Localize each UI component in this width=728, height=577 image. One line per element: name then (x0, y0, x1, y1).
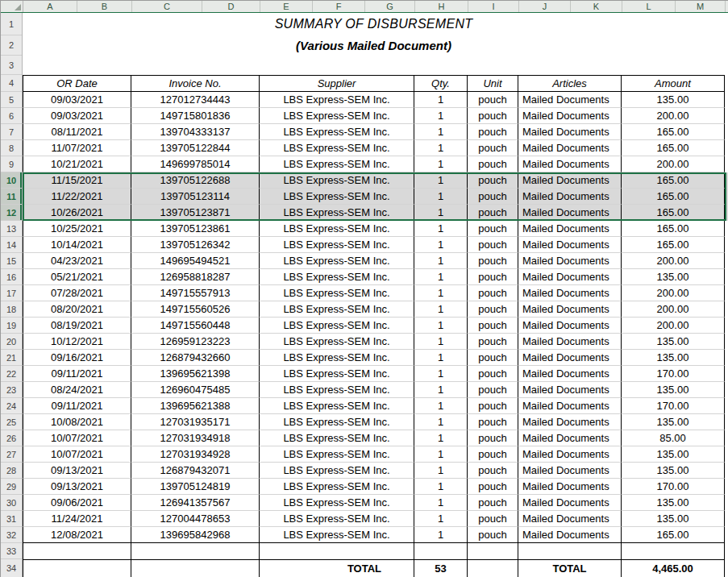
cell-or-date[interactable]: 10/25/2021 (23, 221, 131, 237)
cell-qty[interactable]: 1 (414, 430, 468, 446)
column-header-G[interactable]: G (365, 1, 415, 12)
cell-articles[interactable]: Mailed Documents (518, 398, 622, 414)
cell-articles[interactable]: Mailed Documents (518, 350, 622, 366)
row-header-19[interactable]: 19 (1, 318, 22, 334)
column-header-E[interactable]: E (260, 1, 313, 12)
row-header-6[interactable]: 6 (1, 108, 22, 124)
cell-amount[interactable]: 165.00 (622, 527, 725, 543)
row-header-3[interactable]: 3 (1, 56, 22, 75)
cell-qty[interactable]: 1 (414, 382, 468, 398)
cell-articles[interactable]: Mailed Documents (518, 382, 622, 398)
row-header-23[interactable]: 23 (1, 382, 22, 398)
cell-qty[interactable]: 1 (414, 253, 468, 269)
cell-amount[interactable]: 135.00 (622, 495, 725, 511)
cell-qty[interactable]: 1 (414, 301, 468, 318)
column-header-A[interactable]: A (23, 1, 77, 12)
cell-invoice-no[interactable]: 126879432660 (131, 350, 260, 366)
cell-invoice-no[interactable]: 139705123114 (131, 189, 260, 205)
cell-amount[interactable]: 200.00 (622, 253, 725, 269)
column-header-F[interactable]: F (313, 1, 365, 12)
cell-qty[interactable]: 1 (414, 269, 468, 285)
cell-qty[interactable]: 1 (414, 350, 468, 366)
cell-articles[interactable]: Mailed Documents (518, 172, 622, 189)
cell-invoice-no[interactable]: 139705122688 (131, 172, 260, 189)
cell-amount[interactable]: 170.00 (622, 366, 725, 382)
cell-unit[interactable] (468, 559, 518, 577)
cell-supplier[interactable]: LBS Express-SEM Inc. (260, 140, 414, 156)
cell-or-date[interactable]: 09/11/2021 (23, 366, 131, 382)
row-header-31[interactable]: 31 (1, 511, 22, 527)
cell-articles[interactable]: Mailed Documents (518, 156, 622, 172)
cell-or-date[interactable]: 09/06/2021 (23, 495, 131, 511)
cell-articles[interactable] (518, 543, 622, 559)
cell-supplier[interactable]: LBS Express-SEM Inc. (260, 237, 414, 253)
row-header-29[interactable]: 29 (1, 479, 22, 495)
row-header-16[interactable]: 16 (1, 269, 22, 285)
cell-unit[interactable]: pouch (468, 350, 518, 366)
cell-supplier[interactable]: LBS Express-SEM Inc. (260, 92, 414, 108)
cell-unit[interactable]: pouch (468, 414, 518, 430)
cell-unit[interactable]: pouch (468, 172, 518, 189)
header-cell-or-date[interactable]: OR Date (23, 75, 131, 92)
cell-amount[interactable]: 135.00 (622, 414, 725, 430)
cell-articles[interactable]: Mailed Documents (518, 205, 622, 221)
sheet-subtitle-cell[interactable]: (Various Mailed Document) (23, 35, 725, 56)
cell-invoice-no[interactable]: 126941357567 (131, 495, 260, 511)
row-header-24[interactable]: 24 (1, 398, 22, 414)
cell-amount[interactable]: 165.00 (622, 205, 725, 221)
cell-qty[interactable]: 1 (414, 221, 468, 237)
cell-amount[interactable]: 165.00 (622, 221, 725, 237)
cell-or-date[interactable]: 10/21/2021 (23, 156, 131, 172)
cell-amount[interactable]: 170.00 (622, 479, 725, 495)
cell-unit[interactable]: pouch (468, 382, 518, 398)
cell-qty[interactable]: 1 (414, 92, 468, 108)
cell-invoice-no[interactable]: 149715557913 (131, 285, 260, 301)
cell-amount[interactable]: 135.00 (622, 382, 725, 398)
header-cell-articles[interactable]: Articles (518, 75, 622, 92)
cell-supplier[interactable]: LBS Express-SEM Inc. (260, 108, 414, 124)
cell-articles[interactable]: Mailed Documents (518, 495, 622, 511)
cell-supplier[interactable]: LBS Express-SEM Inc. (260, 446, 414, 463)
cell-articles[interactable]: Mailed Documents (518, 237, 622, 253)
cell-invoice-no[interactable]: 139704333137 (131, 124, 260, 140)
row-header-7[interactable]: 7 (1, 124, 22, 140)
cell-invoice-no[interactable]: 149715560526 (131, 301, 260, 318)
cell-articles[interactable]: Mailed Documents (518, 221, 622, 237)
row-header-25[interactable]: 25 (1, 414, 22, 430)
cell-invoice-no[interactable]: 127031934928 (131, 446, 260, 463)
cell-unit[interactable]: pouch (468, 398, 518, 414)
cell-invoice-no[interactable]: 139695842968 (131, 527, 260, 543)
row-header-8[interactable]: 8 (1, 140, 22, 156)
cell-supplier[interactable]: LBS Express-SEM Inc. (260, 430, 414, 446)
row-header-4[interactable]: 4 (1, 75, 22, 92)
cell-supplier[interactable]: LBS Express-SEM Inc. (260, 301, 414, 318)
cell-or-date[interactable]: 08/11/2021 (23, 124, 131, 140)
cell-or-date[interactable]: 09/03/2021 (23, 92, 131, 108)
cell-or-date[interactable]: 09/13/2021 (23, 479, 131, 495)
row-header-34[interactable]: 34 (1, 559, 22, 577)
cell-invoice-no[interactable]: 139705122844 (131, 140, 260, 156)
cell-or-date[interactable]: 10/14/2021 (23, 237, 131, 253)
cell-articles[interactable]: Mailed Documents (518, 269, 622, 285)
cell-unit[interactable]: pouch (468, 301, 518, 318)
cell-qty[interactable]: 1 (414, 334, 468, 350)
total-amount[interactable]: 4,465.00 (622, 559, 725, 577)
cell-or-date[interactable]: 11/15/2021 (23, 172, 131, 189)
row-header-11[interactable]: 11 (1, 189, 22, 205)
cell-supplier[interactable] (260, 543, 414, 559)
cell-supplier[interactable]: LBS Express-SEM Inc. (260, 463, 414, 479)
cell-supplier[interactable]: LBS Express-SEM Inc. (260, 124, 414, 140)
cell-amount[interactable]: 200.00 (622, 108, 725, 124)
cell-supplier[interactable]: LBS Express-SEM Inc. (260, 318, 414, 334)
cell-supplier[interactable]: LBS Express-SEM Inc. (260, 285, 414, 301)
row-header-1[interactable]: 1 (1, 13, 22, 35)
cell-qty[interactable]: 1 (414, 511, 468, 527)
cell-unit[interactable]: pouch (468, 108, 518, 124)
cell-articles[interactable]: Mailed Documents (518, 189, 622, 205)
cell-or-date[interactable]: 08/19/2021 (23, 318, 131, 334)
row-header-5[interactable]: 5 (1, 92, 22, 108)
cell-invoice-no[interactable]: 139705123861 (131, 221, 260, 237)
cell-supplier[interactable]: LBS Express-SEM Inc. (260, 205, 414, 221)
cell-unit[interactable]: pouch (468, 92, 518, 108)
row-header-12[interactable]: 12 (1, 205, 22, 221)
